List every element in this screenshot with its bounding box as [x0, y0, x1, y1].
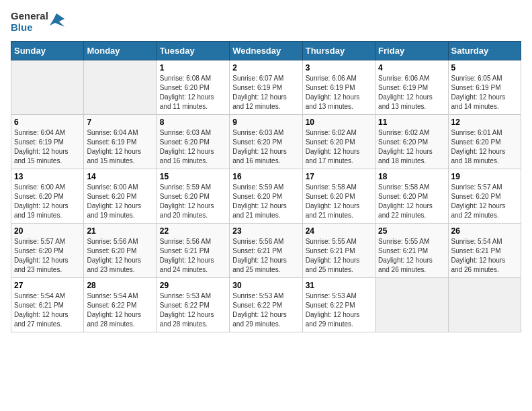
calendar-day-cell — [84, 60, 157, 115]
calendar-day-cell: 7Sunrise: 6:04 AMSunset: 6:19 PMDaylight… — [84, 115, 157, 169]
day-info: Sunrise: 6:03 AMSunset: 6:20 PMDaylight:… — [160, 128, 226, 166]
calendar-day-cell: 6Sunrise: 6:04 AMSunset: 6:19 PMDaylight… — [11, 115, 84, 169]
day-number: 2 — [232, 63, 299, 73]
day-info: Sunrise: 6:03 AMSunset: 6:20 PMDaylight:… — [232, 128, 299, 166]
calendar-day-cell: 10Sunrise: 6:02 AMSunset: 6:20 PMDayligh… — [302, 115, 375, 169]
day-info: Sunrise: 5:56 AMSunset: 6:20 PMDaylight:… — [87, 237, 153, 275]
day-info: Sunrise: 5:58 AMSunset: 6:20 PMDaylight:… — [306, 183, 372, 220]
day-info: Sunrise: 6:02 AMSunset: 6:20 PMDaylight:… — [306, 128, 372, 166]
day-number: 6 — [14, 118, 81, 127]
calendar-week-row: 20Sunrise: 5:57 AMSunset: 6:20 PMDayligh… — [11, 224, 521, 278]
day-of-week-header: Monday — [84, 42, 157, 60]
day-info: Sunrise: 5:53 AMSunset: 6:22 PMDaylight:… — [160, 291, 226, 329]
calendar-day-cell: 26Sunrise: 5:54 AMSunset: 6:21 PMDayligh… — [448, 224, 521, 278]
logo-blue: Blue — [11, 22, 48, 34]
day-info: Sunrise: 6:01 AMSunset: 6:20 PMDaylight:… — [451, 128, 518, 166]
calendar-day-cell: 24Sunrise: 5:55 AMSunset: 6:21 PMDayligh… — [302, 224, 375, 278]
calendar-day-cell: 17Sunrise: 5:58 AMSunset: 6:20 PMDayligh… — [302, 169, 375, 224]
header: General Blue — [11, 11, 521, 33]
day-number: 17 — [306, 172, 372, 181]
day-info: Sunrise: 5:55 AMSunset: 6:21 PMDaylight:… — [306, 237, 372, 275]
logo-container: General Blue — [11, 11, 64, 33]
day-number: 10 — [306, 118, 372, 127]
day-info: Sunrise: 6:02 AMSunset: 6:20 PMDaylight:… — [378, 128, 445, 166]
day-number: 29 — [160, 281, 226, 290]
day-number: 26 — [451, 226, 518, 236]
day-info: Sunrise: 5:54 AMSunset: 6:21 PMDaylight:… — [451, 237, 518, 275]
day-info: Sunrise: 5:58 AMSunset: 6:20 PMDaylight:… — [378, 183, 445, 220]
calendar-day-cell: 15Sunrise: 5:59 AMSunset: 6:20 PMDayligh… — [157, 169, 229, 224]
day-info: Sunrise: 6:06 AMSunset: 6:19 PMDaylight:… — [378, 74, 445, 111]
day-number: 25 — [378, 226, 445, 236]
calendar-day-cell: 27Sunrise: 5:54 AMSunset: 6:21 PMDayligh… — [11, 278, 84, 332]
calendar-day-cell: 18Sunrise: 5:58 AMSunset: 6:20 PMDayligh… — [375, 169, 448, 224]
day-info: Sunrise: 6:00 AMSunset: 6:20 PMDaylight:… — [14, 183, 81, 220]
day-number: 3 — [306, 63, 372, 73]
day-number: 21 — [87, 226, 153, 236]
calendar-day-cell: 1Sunrise: 6:08 AMSunset: 6:20 PMDaylight… — [157, 60, 229, 115]
day-info: Sunrise: 5:54 AMSunset: 6:22 PMDaylight:… — [87, 291, 153, 329]
day-number: 9 — [232, 118, 299, 127]
calendar-day-cell: 31Sunrise: 5:53 AMSunset: 6:22 PMDayligh… — [302, 278, 375, 332]
day-number: 30 — [232, 281, 299, 290]
day-info: Sunrise: 6:06 AMSunset: 6:19 PMDaylight:… — [306, 74, 372, 111]
calendar-day-cell: 22Sunrise: 5:56 AMSunset: 6:21 PMDayligh… — [157, 224, 229, 278]
day-number: 5 — [451, 63, 518, 73]
calendar-week-row: 27Sunrise: 5:54 AMSunset: 6:21 PMDayligh… — [11, 278, 521, 332]
logo-general: General — [11, 11, 48, 22]
day-info: Sunrise: 6:04 AMSunset: 6:19 PMDaylight:… — [87, 128, 153, 166]
calendar-day-cell: 13Sunrise: 6:00 AMSunset: 6:20 PMDayligh… — [11, 169, 84, 224]
calendar-week-row: 6Sunrise: 6:04 AMSunset: 6:19 PMDaylight… — [11, 115, 521, 169]
calendar-day-cell: 25Sunrise: 5:55 AMSunset: 6:21 PMDayligh… — [375, 224, 448, 278]
svg-marker-0 — [50, 13, 64, 27]
day-of-week-header: Tuesday — [157, 42, 229, 60]
day-info: Sunrise: 6:05 AMSunset: 6:19 PMDaylight:… — [451, 74, 518, 111]
calendar-day-cell: 11Sunrise: 6:02 AMSunset: 6:20 PMDayligh… — [375, 115, 448, 169]
day-info: Sunrise: 5:59 AMSunset: 6:20 PMDaylight:… — [232, 183, 299, 220]
day-number: 19 — [451, 172, 518, 181]
day-number: 23 — [232, 226, 299, 236]
calendar-table: SundayMondayTuesdayWednesdayThursdayFrid… — [11, 41, 521, 332]
calendar-day-cell — [448, 278, 521, 332]
calendar-day-cell: 4Sunrise: 6:06 AMSunset: 6:19 PMDaylight… — [375, 60, 448, 115]
day-info: Sunrise: 5:53 AMSunset: 6:22 PMDaylight:… — [232, 291, 299, 329]
day-info: Sunrise: 5:53 AMSunset: 6:22 PMDaylight:… — [306, 291, 372, 329]
day-info: Sunrise: 5:56 AMSunset: 6:21 PMDaylight:… — [160, 237, 226, 275]
calendar-day-cell — [11, 60, 84, 115]
day-info: Sunrise: 6:08 AMSunset: 6:20 PMDaylight:… — [160, 74, 226, 111]
day-number: 11 — [378, 118, 445, 127]
calendar-day-cell: 3Sunrise: 6:06 AMSunset: 6:19 PMDaylight… — [302, 60, 375, 115]
calendar-day-cell: 9Sunrise: 6:03 AMSunset: 6:20 PMDaylight… — [230, 115, 302, 169]
calendar-day-cell: 23Sunrise: 5:56 AMSunset: 6:21 PMDayligh… — [230, 224, 302, 278]
day-of-week-header: Saturday — [448, 42, 521, 60]
day-info: Sunrise: 5:55 AMSunset: 6:21 PMDaylight:… — [378, 237, 445, 275]
header-row: SundayMondayTuesdayWednesdayThursdayFrid… — [11, 42, 521, 60]
day-number: 14 — [87, 172, 153, 181]
calendar-day-cell: 19Sunrise: 5:57 AMSunset: 6:20 PMDayligh… — [448, 169, 521, 224]
calendar-day-cell: 8Sunrise: 6:03 AMSunset: 6:20 PMDaylight… — [157, 115, 229, 169]
calendar-day-cell: 30Sunrise: 5:53 AMSunset: 6:22 PMDayligh… — [230, 278, 302, 332]
logo: General Blue — [11, 11, 64, 33]
calendar-day-cell: 21Sunrise: 5:56 AMSunset: 6:20 PMDayligh… — [84, 224, 157, 278]
day-number: 7 — [87, 118, 153, 127]
day-number: 12 — [451, 118, 518, 127]
calendar-week-row: 13Sunrise: 6:00 AMSunset: 6:20 PMDayligh… — [11, 169, 521, 224]
day-number: 13 — [14, 172, 81, 181]
calendar-day-cell: 2Sunrise: 6:07 AMSunset: 6:19 PMDaylight… — [230, 60, 302, 115]
day-number: 8 — [160, 118, 226, 127]
logo-bird-icon — [50, 12, 64, 32]
calendar-day-cell — [375, 278, 448, 332]
day-number: 16 — [232, 172, 299, 181]
day-number: 31 — [306, 281, 372, 290]
calendar-day-cell: 28Sunrise: 5:54 AMSunset: 6:22 PMDayligh… — [84, 278, 157, 332]
day-number: 28 — [87, 281, 153, 290]
day-number: 20 — [14, 226, 81, 236]
day-of-week-header: Thursday — [302, 42, 375, 60]
day-info: Sunrise: 5:59 AMSunset: 6:20 PMDaylight:… — [160, 183, 226, 220]
day-info: Sunrise: 5:57 AMSunset: 6:20 PMDaylight:… — [451, 183, 518, 220]
day-info: Sunrise: 6:07 AMSunset: 6:19 PMDaylight:… — [232, 74, 299, 111]
day-info: Sunrise: 5:54 AMSunset: 6:21 PMDaylight:… — [14, 291, 81, 329]
calendar-week-row: 1Sunrise: 6:08 AMSunset: 6:20 PMDaylight… — [11, 60, 521, 115]
calendar-day-cell: 16Sunrise: 5:59 AMSunset: 6:20 PMDayligh… — [230, 169, 302, 224]
day-number: 27 — [14, 281, 81, 290]
